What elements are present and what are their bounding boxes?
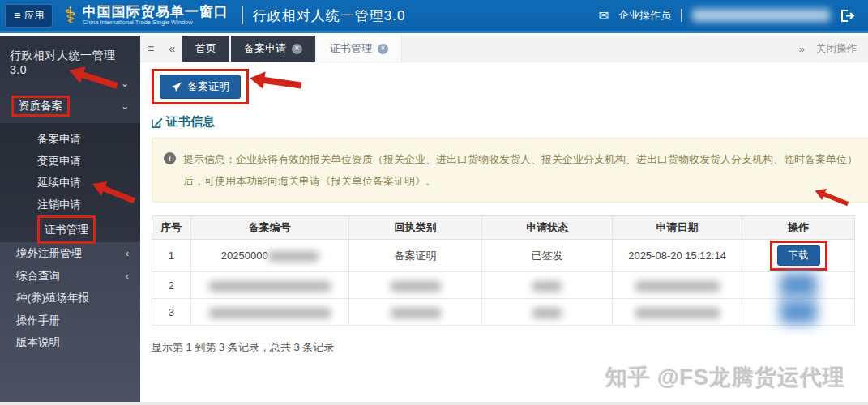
sidebar-item-label: 操作手册	[16, 309, 60, 332]
sidebar-item-comprehensive-query[interactable]: 综合查询 ‹	[0, 265, 140, 288]
redacted-text	[209, 308, 331, 318]
header-divider	[242, 6, 243, 24]
redacted-text	[268, 251, 319, 262]
sidebar-item-filing-application[interactable]: 备案申请	[0, 128, 140, 150]
sidebar-item-operation-manual[interactable]: 操作手册	[0, 309, 140, 332]
redacted-button	[780, 300, 817, 324]
user-divider	[681, 9, 682, 22]
edit-icon	[152, 117, 163, 128]
annotation-box: 资质备案	[11, 96, 70, 117]
notice-box: i 提示信息：企业获得有效的报关单位资质（报关企业、进出口货物收发货人、报关企业…	[152, 138, 868, 202]
tab-label: 首页	[195, 41, 216, 56]
close-operations-menu[interactable]: 关闭操作	[816, 42, 857, 56]
sidebar-item-qualification-filing[interactable]: 资质备案 ⌄	[0, 89, 140, 123]
sidebar-item-change-application[interactable]: 变更申请	[0, 150, 140, 172]
cell-action	[742, 272, 855, 299]
tab-home[interactable]: 首页	[182, 36, 229, 62]
apps-menu-button[interactable]: ≡ 应用	[5, 4, 53, 28]
sidebar-item-version-notes[interactable]: 版本说明	[0, 331, 140, 354]
username-redacted	[692, 9, 830, 22]
col-status: 申请状态	[482, 216, 612, 240]
annotation-box: 下载	[770, 241, 827, 271]
cell-receipt-type	[348, 299, 482, 326]
cell-record-no	[190, 299, 348, 326]
col-receipt-type: 回执类别	[348, 216, 482, 240]
chevron-down-icon: ⌄	[121, 100, 129, 112]
section-title: 证书信息	[152, 114, 857, 130]
chevron-left-icon: ‹	[126, 265, 129, 288]
annotation-box: 证书管理	[37, 215, 96, 244]
sidebar-item-overseas-registration[interactable]: 境外注册管理 ‹	[0, 242, 140, 265]
sidebar-item-label: 版本说明	[16, 331, 60, 354]
sidebar-item-label: 综合查询	[16, 265, 60, 288]
button-label: 备案证明	[187, 79, 229, 94]
cell-status	[482, 299, 612, 326]
table-row: 3	[152, 299, 855, 326]
tab-filing-application[interactable]: 备案申请 ✕	[231, 36, 315, 62]
send-icon	[171, 82, 182, 92]
sidebar-section-label: 资质备案	[19, 100, 62, 112]
apps-menu-label: 应用	[24, 9, 44, 23]
tab-bar: ≡ « 首页 备案申请 ✕ 证书管理 ✕ » 关闭操作	[140, 36, 868, 62]
mail-icon[interactable]: ✉	[598, 8, 609, 23]
brand-block: 中国国际贸易单一窗口 China International Trade Sin…	[83, 5, 229, 27]
system-title: 行政相对人统一管理3.0	[253, 6, 406, 25]
filing-certificate-button[interactable]: 备案证明	[160, 75, 241, 99]
sidebar-item-farm-annual-report[interactable]: 种(养)殖场年报	[0, 287, 140, 309]
table-row: 2	[152, 272, 855, 299]
redacted-text	[532, 308, 562, 318]
cell-action: 下载	[742, 240, 855, 272]
brand-title: 中国国际贸易单一窗口	[83, 5, 229, 20]
records-summary: 显示第 1 到第 3 条记录，总共 3 条记录	[152, 340, 857, 355]
info-icon: i	[164, 152, 176, 164]
sidebar-item-label: 证书管理	[45, 224, 88, 236]
redacted-text	[635, 308, 720, 318]
top-header: ≡ 应用 ⚕ 中国国际贸易单一窗口 China International Tr…	[0, 0, 868, 33]
menu-toggle-icon[interactable]: ≡	[140, 36, 161, 62]
cell-status	[482, 272, 612, 299]
col-seq: 序号	[152, 216, 191, 240]
sidebar-item-certificate-management[interactable]: 证书管理	[0, 215, 140, 237]
download-button[interactable]: 下载	[777, 245, 820, 266]
watermark: 知乎 @FS龙腾货运代理	[605, 363, 845, 392]
close-icon[interactable]: ✕	[378, 44, 388, 54]
content: 备案证明 证书信息 i 提示信息：企业获得有效的报关单位资质（报关企业、进出口货…	[140, 62, 868, 355]
certificates-table: 序号 备案编号 回执类别 申请状态 申请日期 操作 1 20250000	[152, 215, 855, 326]
main-area: ≡ « 首页 备案申请 ✕ 证书管理 ✕ » 关闭操作	[140, 36, 868, 405]
sidebar-submenu: 备案申请 变更申请 延续申请 注销申请 证书管理	[0, 123, 140, 242]
tab-bar-right: » 关闭操作	[799, 36, 868, 62]
cell-record-no: 20250000	[190, 240, 348, 272]
col-date: 申请日期	[612, 216, 742, 240]
cell-date	[612, 299, 742, 326]
cell-action	[742, 299, 855, 326]
notice-text: 提示信息：企业获得有效的报关单位资质（报关企业、进出口货物收发货人、报关企业分支…	[183, 153, 857, 187]
user-role-label: 企业操作员	[618, 8, 671, 23]
logout-icon[interactable]	[840, 9, 855, 23]
table-header-row: 序号 备案编号 回执类别 申请状态 申请日期 操作	[152, 216, 855, 240]
redacted-text	[391, 281, 441, 292]
tab-label: 证书管理	[330, 41, 372, 56]
table-row: 1 20250000 备案证明 已签发 2025-08-20 15:12:14 …	[152, 240, 855, 272]
chevron-left-icon: ‹	[126, 242, 129, 265]
col-record-no: 备案编号	[190, 216, 348, 240]
cell-record-no	[190, 272, 348, 299]
cell-seq: 2	[152, 272, 191, 299]
scroll-tabs-right-icon[interactable]: »	[799, 43, 805, 55]
redacted-text	[532, 281, 562, 292]
scroll-tabs-left-icon[interactable]: «	[161, 36, 182, 62]
brand-logo-icon: ⚕	[64, 5, 76, 27]
redacted-button	[780, 273, 817, 297]
cell-seq: 1	[152, 240, 191, 272]
header-right: ✉ 企业操作员	[598, 8, 855, 23]
annotation-box: 备案证明	[152, 69, 249, 104]
cell-seq: 3	[152, 299, 191, 326]
page-bottom-edge	[0, 402, 868, 405]
close-icon[interactable]: ✕	[292, 44, 302, 54]
redacted-text	[209, 281, 331, 292]
page: ≡ 应用 ⚕ 中国国际贸易单一窗口 China International Tr…	[0, 0, 868, 405]
tab-certificate-management[interactable]: 证书管理 ✕	[317, 36, 402, 62]
cell-status: 已签发	[482, 240, 612, 272]
cell-date	[612, 272, 742, 299]
cell-receipt-type: 备案证明	[348, 240, 482, 272]
section-title-text: 证书信息	[166, 114, 215, 130]
